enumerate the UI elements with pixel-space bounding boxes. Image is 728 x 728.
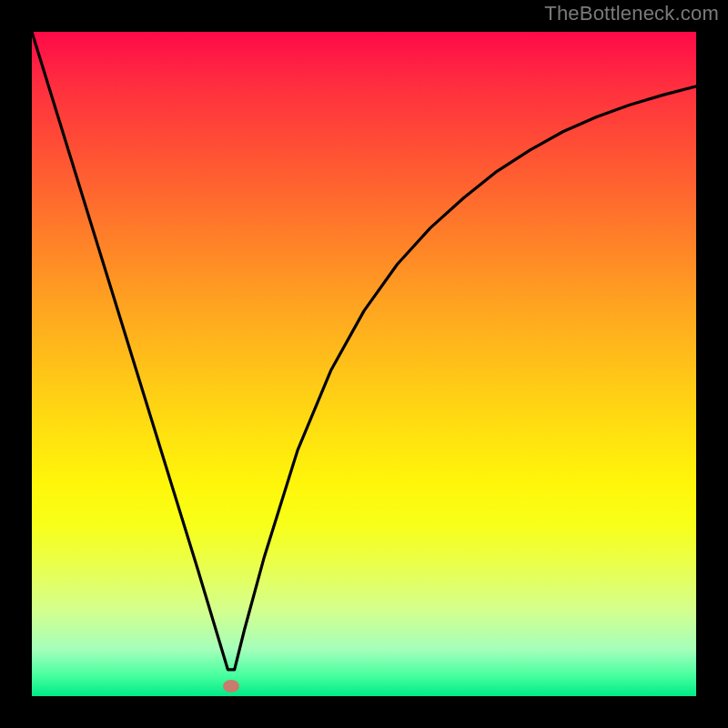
- watermark-text: TheBottleneck.com: [544, 2, 719, 25]
- optimal-point-marker: [223, 680, 239, 693]
- bottleneck-curve-path: [32, 32, 696, 670]
- chart-frame: TheBottleneck.com: [0, 0, 728, 728]
- bottleneck-curve-svg: [32, 32, 696, 696]
- plot-area: [32, 32, 696, 696]
